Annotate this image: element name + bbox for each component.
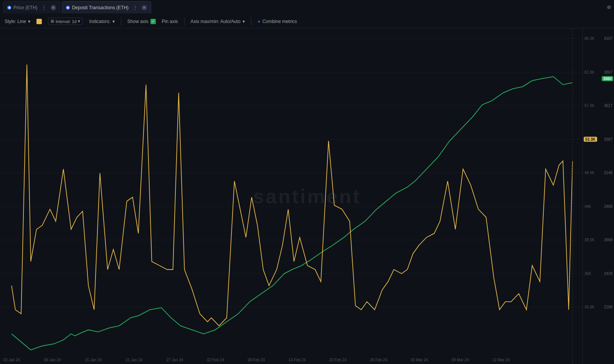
- style-label: Style: Line: [5, 19, 26, 24]
- price-line: [12, 77, 573, 350]
- tab-deposit-close-button[interactable]: ✕: [142, 5, 147, 10]
- deposit-tx-line: [12, 64, 573, 326]
- x-label-jan21: 21 Jan 24: [125, 358, 142, 362]
- tab-deposit-tx-label: Deposit Transactions (ETH): [72, 5, 129, 10]
- x-label-feb14: 14 Feb 24: [289, 358, 306, 362]
- tab-deposit-more-button[interactable]: ⋮: [131, 5, 139, 11]
- interval-grid-icon: ⊞: [51, 19, 54, 24]
- x-label-mar09: 09 Mar 24: [452, 358, 469, 362]
- toolbar: Style: Line ▾ ⊞ Interval: 1d ▾ Indicator…: [0, 15, 614, 28]
- indicators-label: Indicators:: [89, 19, 110, 24]
- deposit-label-574k: 57.4K: [584, 104, 594, 108]
- chevron-down-icon: ▾: [28, 19, 30, 24]
- tab-price-eth-label: Price (ETH): [13, 5, 38, 10]
- deposit-label-484k: 48.4K: [584, 171, 594, 175]
- x-label-feb26: 26 Feb 24: [370, 358, 387, 362]
- chart-svg: [0, 28, 583, 364]
- x-axis: 03 Jan 24 09 Jan 24 15 Jan 24 21 Jan 24 …: [0, 356, 583, 364]
- axis-minmax-label: Axis max/min: Auto/Auto: [191, 19, 241, 24]
- style-selector[interactable]: Style: Line ▾: [5, 19, 30, 24]
- deposit-label-35k: 35K: [584, 271, 591, 275]
- toolbar-divider3: [251, 18, 251, 25]
- tab-price-more-button[interactable]: ⋮: [40, 5, 48, 11]
- show-axis-checkbox[interactable]: ✓: [150, 19, 156, 24]
- price-label-3627: 3627: [604, 104, 612, 108]
- price-label-2428: 2428: [604, 271, 612, 275]
- tab-price-close-button[interactable]: ✕: [51, 5, 56, 10]
- show-axis-toggle[interactable]: Show axis ✓: [127, 19, 156, 24]
- x-label-jan27: 27 Jan 24: [166, 358, 183, 362]
- toolbar-divider2: [184, 18, 185, 25]
- price-label-3148: 3148: [604, 171, 612, 175]
- price-label-2908: 2908: [604, 204, 612, 208]
- pin-axis-label: Pin axis: [162, 19, 178, 24]
- show-axis-label: Show axis: [127, 19, 149, 24]
- tab-bar: ◆ Price (ETH) ⋮ ✕ ◆ Deposit Transactions…: [0, 0, 614, 15]
- tab-price-eth[interactable]: ◆ Price (ETH) ⋮ ✕: [3, 1, 60, 13]
- combine-metrics-button[interactable]: + Combine metrics: [257, 18, 297, 25]
- deposit-label-306k: 30.6K: [584, 305, 594, 309]
- combine-metrics-label: Combine metrics: [262, 19, 297, 24]
- x-label-feb02: 02 Feb 24: [207, 358, 224, 362]
- deposit-label-618k: 61.8K: [584, 70, 594, 74]
- x-label-feb20: 20 Feb 24: [329, 358, 347, 362]
- price-label-3387: 3387: [604, 137, 612, 141]
- axis-minmax-selector[interactable]: Axis max/min: Auto/Auto ▾: [191, 19, 245, 24]
- price-label-2188: 2188: [604, 305, 612, 309]
- chevron-down-icon3: ▾: [112, 19, 115, 24]
- x-label-jan09: 09 Jan 24: [44, 358, 61, 362]
- chevron-down-icon2: ▾: [78, 19, 80, 24]
- eth-dot-icon: ◆: [7, 6, 11, 10]
- deposit-label-395k: 39.5K: [584, 238, 594, 242]
- x-label-mar12: 12 Mar 24: [492, 358, 510, 362]
- chevron-down-icon4: ▾: [243, 19, 245, 24]
- plus-icon: +: [257, 18, 261, 25]
- color-swatch[interactable]: [36, 19, 42, 24]
- chart-container: santiment 4107 3867 3627 3387 3148 2908 …: [0, 28, 614, 364]
- deposit-label-66k: 66.3K: [584, 36, 594, 41]
- x-label-feb08: 08 Feb 24: [248, 358, 265, 362]
- indicators-selector[interactable]: Indicators: ▾: [89, 19, 114, 24]
- interval-selector[interactable]: ⊞ Interval: 1d ▾: [48, 18, 83, 25]
- pin-axis-toggle[interactable]: Pin axis: [162, 19, 178, 24]
- x-label-mar03: 03 Mar 24: [411, 358, 428, 362]
- tab-bar-right: [607, 5, 611, 9]
- interval-label: Interval: 1d: [56, 19, 76, 24]
- tab-deposit-tx-eth[interactable]: ◆ Deposit Transactions (ETH) ⋮ ✕: [62, 1, 151, 13]
- price-label-3867: 3867: [604, 70, 612, 74]
- current-deposit-badge: 53.3K: [584, 137, 597, 142]
- current-price-badge: 3980: [602, 76, 613, 81]
- price-label-4107: 4107: [604, 36, 612, 41]
- x-label-jan03: 03 Jan 24: [3, 358, 20, 362]
- x-label-jan15: 15 Jan 24: [85, 358, 102, 362]
- right-y-axis: 4107 3867 3627 3387 3148 2908 2668 2428 …: [583, 28, 614, 364]
- deposit-label-44k: 44K: [584, 204, 591, 208]
- eth-dot2-icon: ◆: [66, 6, 70, 10]
- toolbar-divider: [121, 18, 121, 25]
- price-label-2668: 2668: [604, 238, 612, 242]
- status-dot: [607, 5, 611, 9]
